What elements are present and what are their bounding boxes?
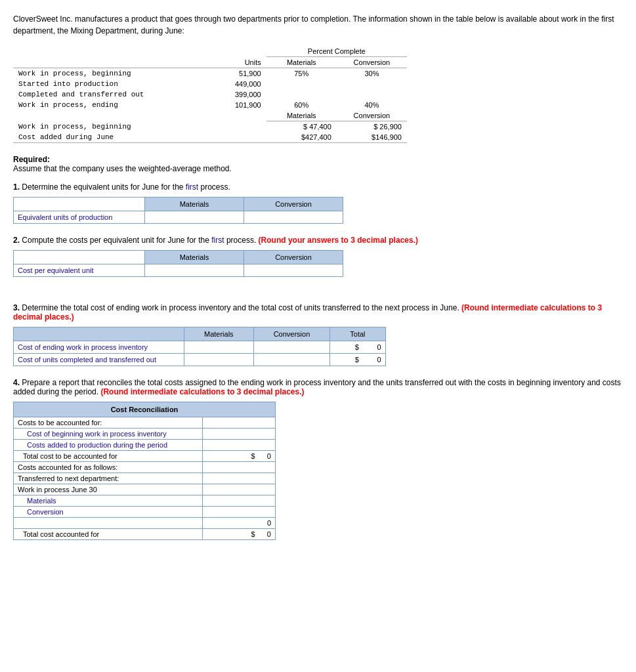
table-row: Completed and transferred out 399,000: [13, 89, 407, 100]
q2-conversion-input[interactable]: [248, 266, 339, 274]
row-materials: 75%: [266, 68, 337, 79]
row-conversion: 40%: [337, 100, 407, 110]
q2-row-label: Cost per equivalent unit: [14, 264, 145, 277]
row-label: Cost added during June: [13, 132, 210, 143]
q3-conversion-header: Conversion: [253, 327, 330, 341]
q4-materials-input[interactable]: [219, 497, 271, 505]
q4-beg-wip-label: Cost of beginning work in process invent…: [14, 429, 203, 440]
q4-total-label: Total cost to be accounted for: [14, 451, 203, 462]
q3-row-header: [14, 327, 184, 341]
q3-row1-conversion-input[interactable]: [258, 343, 317, 351]
question-4-section: 4. Prepare a report that reconciles the …: [13, 378, 623, 540]
q2-materials-input[interactable]: [149, 266, 240, 274]
q4-materials-label: Materials: [14, 495, 203, 507]
q4-costs-added-input[interactable]: [219, 441, 271, 449]
q4-accounted-section-label: Costs accounted for as follows:: [14, 462, 203, 473]
q3-row1-label: Cost of ending work in process inventory: [14, 341, 184, 354]
q4-total-accounted-row: Total cost accounted for $ 0: [14, 529, 276, 540]
q3-row1-materials-input[interactable]: [188, 343, 247, 351]
cost-materials-header: Materials: [266, 110, 337, 121]
row-units: 51,900: [210, 68, 266, 79]
table-row: Started into production 449,000: [13, 79, 407, 89]
q4-transferred-label: Transferred to next department:: [14, 473, 203, 484]
q3-row2-dollar: $: [355, 356, 359, 364]
table-row: Work in process, beginning 51,900 75% 30…: [13, 68, 407, 79]
row-units: 101,900: [210, 100, 266, 110]
q3-total-header: Total: [330, 327, 385, 341]
q4-table: Cost Reconciliation Costs to be accounte…: [13, 402, 276, 540]
q4-conversion-label: Conversion: [14, 507, 203, 518]
q3-row-2: Cost of units completed and transferred …: [14, 354, 386, 366]
row-conversion-cost: $ 26,900: [337, 121, 407, 133]
row-materials-cost: $ 47,400: [266, 121, 337, 133]
q4-costs-section-label: Costs to be accounted for:: [14, 417, 203, 429]
row-label: Started into production: [13, 79, 210, 89]
cost-conversion-header: Conversion: [337, 110, 407, 121]
q1-materials-header: Materials: [145, 198, 244, 211]
q4-conversion-input[interactable]: [219, 508, 271, 516]
q2-row-header: [14, 251, 145, 264]
q3-materials-header: Materials: [184, 327, 254, 341]
q4-total-row: Total cost to be accounted for $ 0: [14, 451, 276, 462]
q4-text: 4. Prepare a report that reconciles the …: [13, 378, 623, 396]
q1-conversion-input-cell[interactable]: [244, 211, 343, 224]
row-label: Completed and transferred out: [13, 89, 210, 100]
q2-table: Materials Conversion Cost per equivalent…: [13, 250, 343, 277]
q3-row2-conversion-cell[interactable]: [253, 354, 330, 366]
question-1-section: 1. Determine the equivalent units for Ju…: [13, 182, 623, 224]
q1-conversion-input[interactable]: [248, 213, 339, 221]
q4-row: Costs added to production during the per…: [14, 440, 276, 451]
q1-row-header: [14, 198, 145, 211]
q1-row: Equivalent units of production: [14, 211, 343, 224]
row-units: 399,000: [210, 89, 266, 100]
q3-row1-dollar: $: [355, 343, 359, 351]
percent-complete-header: Percent Complete: [266, 46, 407, 57]
q1-table: Materials Conversion Equivalent units of…: [13, 197, 343, 224]
q4-row: Conversion: [14, 507, 276, 518]
q4-subtotal-row: 0: [14, 518, 276, 529]
q4-total-accounted-label: Total cost accounted for: [14, 529, 203, 540]
question-2-section: 2. Compute the costs per equivalent unit…: [13, 236, 623, 277]
q4-transferred-cell[interactable]: [203, 473, 276, 484]
cost-header-row: Materials Conversion: [13, 110, 407, 121]
q4-row: Transferred to next department:: [14, 473, 276, 484]
q3-row1-materials-cell[interactable]: [184, 341, 254, 354]
q1-text: 1. Determine the equivalent units for Ju…: [13, 182, 623, 192]
q4-conversion-cell[interactable]: [203, 507, 276, 518]
q4-section-row: Costs accounted for as follows:: [14, 462, 276, 473]
q3-row2-materials-cell[interactable]: [184, 354, 254, 366]
q3-text: 3. Determine the total cost of ending wo…: [13, 303, 623, 322]
intro-text: CloverSweet Inc. manufactures a product …: [13, 13, 623, 37]
q3-row2-label: Cost of units completed and transferred …: [14, 354, 184, 366]
row-conversion-cost: $146,900: [337, 132, 407, 143]
question-3-section: 3. Determine the total cost of ending wo…: [13, 303, 623, 366]
q2-conversion-input-cell[interactable]: [244, 264, 343, 277]
q1-materials-input-cell[interactable]: [145, 211, 244, 224]
required-section: Required: Assume that the company uses t…: [13, 155, 623, 173]
col-materials-header: Materials: [266, 57, 337, 68]
q4-total-value-cell: $ 0: [203, 451, 276, 462]
q4-total-accounted-cell: $ 0: [203, 529, 276, 540]
q4-beg-wip-input[interactable]: [219, 430, 271, 438]
row-materials-cost: $427,400: [266, 132, 337, 143]
q2-materials-input-cell[interactable]: [145, 264, 244, 277]
q3-row2-conversion-input[interactable]: [258, 356, 317, 364]
row-materials: 60%: [266, 100, 337, 110]
main-data-table: Percent Complete Units Materials Convers…: [13, 46, 407, 143]
q4-section-row: Costs to be accounted for:: [14, 417, 276, 429]
q4-total-accounted-dollar: $: [251, 530, 255, 538]
q4-costs-section-value: [203, 417, 276, 429]
q2-conversion-header: Conversion: [244, 251, 343, 264]
q1-materials-input[interactable]: [149, 213, 240, 221]
q3-row2-materials-input[interactable]: [188, 356, 247, 364]
q4-row: Materials: [14, 495, 276, 507]
q3-row1-conversion-cell[interactable]: [253, 341, 330, 354]
table-row: Work in process, ending 101,900 60% 40%: [13, 100, 407, 110]
table-row: Cost added during June $427,400 $146,900: [13, 132, 407, 143]
q3-row1-total-cell: $ 0: [330, 341, 385, 354]
q2-materials-header: Materials: [145, 251, 244, 264]
q4-transferred-input[interactable]: [219, 474, 271, 482]
q4-materials-cell[interactable]: [203, 495, 276, 507]
q4-costs-added-cell[interactable]: [203, 440, 276, 451]
q4-beg-wip-cell[interactable]: [203, 429, 276, 440]
